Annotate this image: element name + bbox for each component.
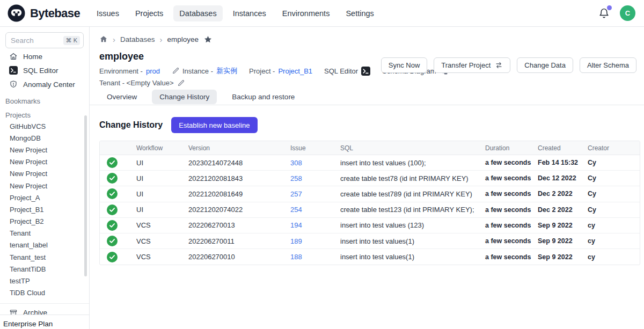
- cell-created: Sep 9 2022: [538, 253, 588, 261]
- table-row[interactable]: VCS 202206270011 189 insert into test va…: [100, 233, 640, 249]
- nav-projects[interactable]: Projects: [129, 5, 169, 21]
- cell-workflow: UI: [136, 206, 188, 214]
- cell-version: 202206270011: [188, 237, 290, 245]
- nav-instances[interactable]: Instances: [227, 5, 272, 21]
- cell-duration: a few seconds: [485, 190, 538, 198]
- bookmark-star-icon[interactable]: [203, 35, 213, 44]
- cell-created: Dec 2 2022: [538, 206, 588, 214]
- table-row[interactable]: UI 20230214072448 308 insert into test v…: [100, 155, 640, 171]
- alter-schema-button[interactable]: Alter Schema: [580, 57, 636, 73]
- sidebar: Search ⌘ K Home SQL Editor Anomaly Cente…: [0, 27, 90, 329]
- cell-duration: a few seconds: [485, 174, 538, 182]
- project-item[interactable]: Tenant: [0, 228, 89, 239]
- notifications-button[interactable]: [598, 8, 610, 19]
- cell-sql: insert into test values (123): [340, 221, 485, 229]
- establish-baseline-button[interactable]: Establish new baseline: [171, 117, 257, 133]
- transfer-project-button[interactable]: Transfer Project: [434, 57, 510, 73]
- search-input[interactable]: Search ⌘ K: [5, 32, 84, 48]
- home-breadcrumb-icon[interactable]: [99, 35, 108, 43]
- project-item[interactable]: Tenant_test: [0, 251, 89, 263]
- cell-version: 20221202074022: [188, 206, 290, 214]
- sql-editor-link[interactable]: SQL Editor: [324, 67, 370, 76]
- cell-duration: a few seconds: [485, 237, 538, 245]
- sidebar-scrollbar[interactable]: [84, 115, 87, 276]
- user-avatar[interactable]: C: [620, 5, 635, 21]
- cell-creator: cy: [588, 237, 640, 245]
- nav-issues[interactable]: Issues: [91, 5, 125, 21]
- project-item[interactable]: New Project: [0, 156, 89, 168]
- main-nav: Issues Projects Databases Instances Envi…: [91, 5, 380, 21]
- breadcrumb-employee[interactable]: employee: [167, 35, 199, 43]
- table-row[interactable]: UI 20221202074022 254 create table test1…: [100, 202, 640, 218]
- tab-overview[interactable]: Overview: [99, 90, 144, 104]
- table-row[interactable]: VCS 202206270013 194 insert into test va…: [100, 218, 640, 233]
- cell-workflow: UI: [136, 174, 188, 182]
- project-link[interactable]: Project_B1: [278, 67, 312, 75]
- issue-link[interactable]: 188: [290, 253, 340, 261]
- cell-created: Sep 9 2022: [538, 237, 588, 245]
- cell-sql: create table test78 (id int PRIMARY KEY): [340, 174, 485, 182]
- issue-link[interactable]: 258: [290, 174, 340, 182]
- chevron-right-icon: ›: [160, 35, 163, 43]
- search-placeholder: Search: [11, 36, 34, 45]
- issue-link[interactable]: 308: [290, 159, 340, 167]
- issue-link[interactable]: 189: [290, 237, 340, 245]
- pencil-icon[interactable]: [172, 67, 179, 75]
- cell-workflow: UI: [136, 159, 188, 167]
- project-item[interactable]: New Project: [0, 168, 89, 180]
- cell-creator: Cy: [588, 159, 640, 166]
- project-item[interactable]: Project_A: [0, 192, 89, 203]
- table-row[interactable]: UI 20221202081649 257 create table test7…: [100, 186, 640, 202]
- table-row[interactable]: VCS 202206270010 188 insert into test va…: [100, 249, 640, 265]
- project-item[interactable]: Project_B2: [0, 216, 89, 228]
- project-item[interactable]: testTP: [0, 275, 89, 287]
- issue-link[interactable]: 257: [290, 190, 340, 198]
- tab-backup-and-restore[interactable]: Backup and restore: [224, 90, 302, 104]
- issue-link[interactable]: 254: [290, 206, 340, 214]
- nav-environments[interactable]: Environments: [276, 5, 336, 21]
- sidebar-item-anomaly-center[interactable]: Anomaly Center: [0, 77, 89, 91]
- col-issue: Issue: [290, 144, 340, 152]
- change-data-button[interactable]: Change Data: [517, 57, 573, 73]
- issue-link[interactable]: 194: [290, 221, 340, 229]
- terminal-icon: [361, 67, 370, 76]
- transfer-project-label: Transfer Project: [441, 61, 491, 69]
- project-item[interactable]: TiDB Cloud: [0, 287, 89, 299]
- bytebase-logo-icon: [8, 4, 25, 22]
- table-row[interactable]: UI 20221202081843 258 create table test7…: [100, 171, 640, 186]
- sidebar-item-home[interactable]: Home: [0, 49, 89, 63]
- navbar-right: C: [598, 5, 635, 21]
- environment-link[interactable]: prod: [146, 67, 160, 75]
- col-sql: SQL: [340, 144, 485, 152]
- nav-settings[interactable]: Settings: [340, 5, 379, 21]
- project-item[interactable]: GitHubVCS: [0, 120, 89, 132]
- cell-sql: insert into test values(1): [340, 253, 485, 261]
- project-item[interactable]: TenantTiDB: [0, 263, 89, 275]
- project-item[interactable]: Project_B1: [0, 203, 89, 215]
- instance-link[interactable]: 新实例: [216, 66, 237, 76]
- sync-now-button[interactable]: Sync Now: [381, 57, 428, 73]
- cell-creator: cy: [588, 222, 640, 229]
- bytebase-logo[interactable]: Bytebase: [8, 4, 80, 22]
- change-history-table: Workflow Version Issue SQL Duration Crea…: [99, 141, 640, 265]
- cell-created: Dec 2 2022: [538, 190, 588, 198]
- col-created: Created: [538, 144, 588, 152]
- chevron-right-icon: ›: [113, 35, 115, 43]
- terminal-icon: [9, 66, 18, 75]
- cell-sql: insert into test values (100);: [340, 159, 485, 167]
- tab-change-history[interactable]: Change History: [152, 90, 217, 104]
- project-item[interactable]: MongoDB: [0, 132, 89, 144]
- change-history-header: Change History Establish new baseline: [99, 117, 644, 133]
- pencil-icon[interactable]: [177, 79, 185, 87]
- breadcrumb-databases[interactable]: Databases: [120, 35, 155, 43]
- tenant-label: Tenant - <Empty Value>: [99, 79, 174, 87]
- plan-label: Enterprise Plan: [0, 315, 89, 329]
- cell-sql: create table test123 (id int PRIMARY KEY…: [340, 206, 485, 214]
- project-item[interactable]: New Project: [0, 144, 89, 156]
- nav-databases[interactable]: Databases: [173, 5, 222, 21]
- bookmarks-section-label: Bookmarks: [0, 96, 89, 106]
- sidebar-item-sql-editor[interactable]: SQL Editor: [0, 63, 89, 77]
- project-item[interactable]: New Project: [0, 180, 89, 192]
- project-label: Project -: [249, 67, 275, 75]
- project-item[interactable]: tenant_label: [0, 239, 89, 251]
